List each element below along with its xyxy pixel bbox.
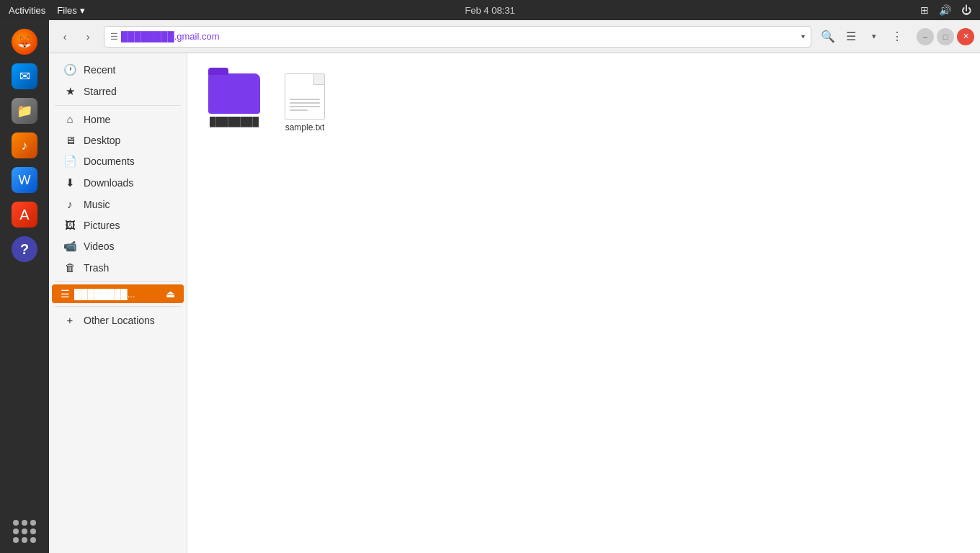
list-item[interactable]: ████████	[202, 68, 267, 138]
sidebar-label-starred: Starred	[84, 86, 117, 97]
sidebar-item-other-locations[interactable]: + Other Locations	[52, 310, 184, 331]
topbar-left: Activities Files ▾	[9, 5, 85, 16]
file-line-3	[290, 106, 320, 107]
sound-icon[interactable]: 🔊	[939, 4, 951, 16]
file-name: sample.txt	[285, 122, 325, 132]
minimize-button[interactable]: –	[917, 28, 934, 45]
sidebar-item-desktop[interactable]: 🖥 Desktop	[52, 130, 184, 150]
network-icon[interactable]: ⊞	[920, 4, 929, 16]
sidebar-divider-2	[55, 281, 181, 282]
file-manager-window: ‹ › ☰ ████████.gmail.com ▾ 🔍 ☰ ▾ ⋮ – □ ✕…	[49, 20, 980, 553]
rhythmbox-icon: ♪	[12, 132, 37, 158]
files-area: ████████ sample.txt	[187, 53, 980, 553]
sidebar-label-home: Home	[84, 114, 110, 125]
desktop-icon: 🖥	[63, 134, 76, 146]
sidebar-item-recent[interactable]: 🕐 Recent	[52, 59, 184, 81]
firefox-icon: 🦊	[12, 29, 37, 55]
sidebar-item-documents[interactable]: 📄 Documents	[52, 150, 184, 172]
dock-writer[interactable]: W	[9, 164, 40, 196]
connected-drive-icon: ☰	[61, 288, 70, 300]
topbar-right: ⊞ 🔊 ⏻	[920, 4, 971, 16]
path-bar[interactable]: ☰ ████████.gmail.com ▾	[104, 26, 811, 48]
files-app-icon: 📁	[12, 98, 37, 124]
activities-label[interactable]: Activities	[9, 5, 45, 16]
view-dropdown-button[interactable]: ▾	[863, 26, 885, 48]
sidebar-label-pictures: Pictures	[84, 220, 120, 231]
sidebar-label-other-locations: Other Locations	[84, 315, 155, 326]
sidebar-item-connected-drive[interactable]: ☰ ████████... ⏏	[52, 284, 184, 303]
window-controls: – □ ✕	[917, 28, 974, 45]
home-icon: ⌂	[63, 113, 76, 125]
path-text: ████████.gmail.com	[121, 31, 798, 42]
close-button[interactable]: ✕	[957, 28, 974, 45]
file-line-4	[290, 109, 308, 111]
sidebar-label-documents: Documents	[84, 156, 135, 167]
trash-icon: 🗑	[63, 261, 76, 274]
content-area: 🕐 Recent ★ Starred ⌂ Home 🖥 Desktop 📄 Do…	[49, 53, 980, 553]
music-icon: ♪	[63, 198, 76, 210]
forward-button[interactable]: ›	[78, 27, 98, 47]
files-label: Files	[57, 5, 76, 16]
header-bar: ‹ › ☰ ████████.gmail.com ▾ 🔍 ☰ ▾ ⋮ – □ ✕	[49, 20, 980, 53]
sidebar-label-recent: Recent	[84, 64, 115, 76]
topbar-datetime: Feb 4 08:31	[465, 5, 514, 16]
path-dropdown-icon[interactable]: ▾	[801, 32, 805, 40]
maximize-button[interactable]: □	[937, 28, 954, 45]
sidebar-item-videos[interactable]: 📹 Videos	[52, 235, 184, 257]
grid-dots-icon	[13, 520, 36, 543]
sidebar-label-desktop: Desktop	[84, 135, 120, 146]
pictures-icon: 🖼	[63, 219, 76, 231]
dock-rhythmbox[interactable]: ♪	[9, 130, 40, 161]
header-actions: 🔍 ☰ ▾ ⋮	[817, 26, 908, 48]
sidebar-label-videos: Videos	[84, 240, 115, 252]
back-button[interactable]: ‹	[55, 27, 75, 47]
topbar: Activities Files ▾ Feb 4 08:31 ⊞ 🔊 ⏻	[0, 0, 980, 20]
starred-icon: ★	[63, 85, 76, 98]
sidebar-item-starred[interactable]: ★ Starred	[52, 81, 184, 102]
sidebar-item-pictures[interactable]: 🖼 Pictures	[52, 215, 184, 235]
thunderbird-icon: ✉	[12, 63, 37, 89]
sidebar-divider-3	[55, 306, 181, 307]
power-icon[interactable]: ⏻	[961, 4, 971, 16]
dock-firefox[interactable]: 🦊	[9, 26, 40, 58]
file-line-2	[290, 102, 320, 104]
search-button[interactable]: 🔍	[817, 26, 839, 48]
sidebar-item-home[interactable]: ⌂ Home	[52, 109, 184, 130]
documents-icon: 📄	[63, 155, 76, 168]
sidebar-label-downloads: Downloads	[84, 177, 133, 189]
files-arrow-icon: ▾	[80, 5, 85, 16]
sidebar-divider-1	[55, 105, 181, 106]
files-menu[interactable]: Files ▾	[57, 5, 84, 16]
sidebar-label-trash: Trash	[84, 262, 109, 274]
recent-icon: 🕐	[63, 63, 76, 76]
writer-icon: W	[12, 167, 37, 193]
downloads-icon: ⬇	[63, 176, 76, 189]
dock-files[interactable]: 📁	[9, 95, 40, 127]
sidebar-label-music: Music	[84, 199, 110, 210]
dock-thunderbird[interactable]: ✉	[9, 60, 40, 92]
dock: 🦊 ✉ 📁 ♪ W A ?	[0, 20, 49, 553]
file-lines	[290, 99, 320, 113]
sidebar: 🕐 Recent ★ Starred ⌂ Home 🖥 Desktop 📄 Do…	[49, 53, 187, 553]
app-grid-button[interactable]	[9, 516, 40, 547]
file-name: ████████	[210, 117, 259, 127]
eject-button[interactable]: ⏏	[166, 288, 175, 300]
view-list-button[interactable]: ☰	[840, 26, 862, 48]
folder-icon	[208, 73, 260, 114]
dock-help[interactable]: ?	[9, 233, 40, 265]
connected-drive-label: ████████...	[74, 289, 135, 300]
sidebar-item-trash[interactable]: 🗑 Trash	[52, 257, 184, 278]
videos-icon: 📹	[63, 240, 76, 253]
list-item[interactable]: sample.txt	[272, 68, 337, 138]
text-file-icon	[285, 73, 325, 120]
sidebar-item-downloads[interactable]: ⬇ Downloads	[52, 172, 184, 194]
dock-appstore[interactable]: A	[9, 199, 40, 230]
other-locations-icon: +	[63, 314, 76, 326]
file-line-1	[290, 99, 320, 100]
help-icon: ?	[12, 236, 37, 262]
appstore-icon: A	[12, 202, 37, 228]
path-bar-icon: ☰	[110, 32, 118, 42]
menu-button[interactable]: ⋮	[886, 26, 908, 48]
sidebar-item-music[interactable]: ♪ Music	[52, 194, 184, 215]
